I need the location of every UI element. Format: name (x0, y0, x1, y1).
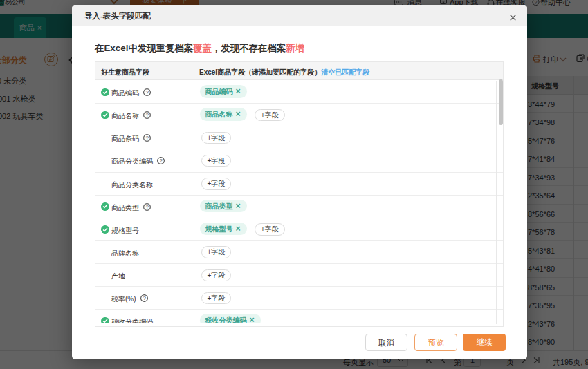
svg-text:?: ? (146, 135, 149, 141)
svg-text:?: ? (146, 89, 149, 95)
svg-text:?: ? (143, 295, 146, 301)
svg-text:?: ? (160, 158, 163, 164)
svg-text:?: ? (146, 204, 149, 210)
svg-text:?: ? (146, 112, 149, 118)
